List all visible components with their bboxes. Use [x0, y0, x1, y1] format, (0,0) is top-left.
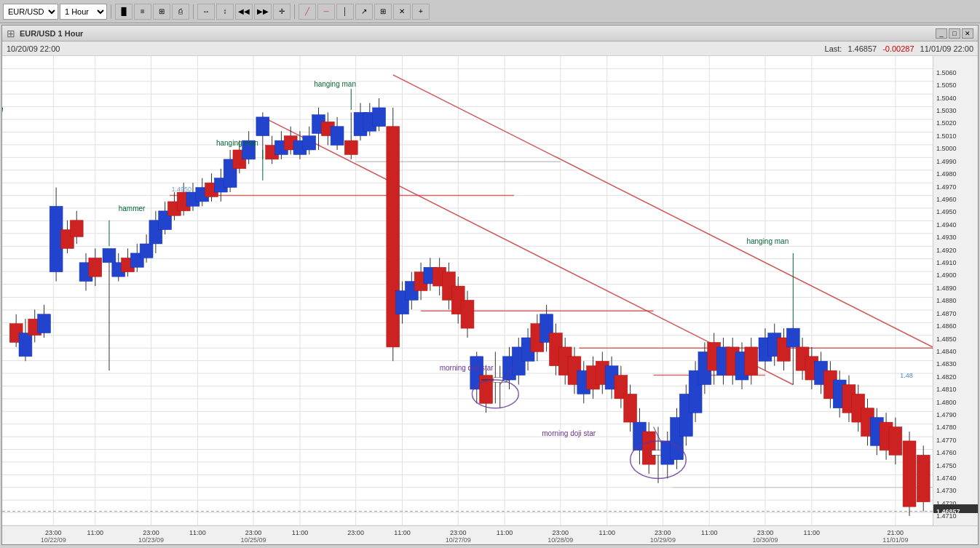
minimize-btn[interactable]: _ [936, 28, 947, 39]
timeframe-select[interactable]: 1 Hour 4 Hours Daily [60, 4, 107, 20]
svg-text:1.4860: 1.4860 [936, 322, 957, 330]
delete-btn[interactable]: ✕ [393, 4, 411, 20]
chart-window: ⊞ EUR/USD 1 Hour _ □ ✕ 10/20/09 22:00 La… [1, 25, 979, 545]
separator-2 [193, 4, 194, 19]
svg-text:1.4870: 1.4870 [936, 310, 957, 317]
svg-text:1.4780: 1.4780 [936, 424, 957, 431]
svg-text:1.4800: 1.4800 [936, 399, 957, 406]
svg-rect-252 [903, 441, 916, 507]
svg-text:1.46857: 1.46857 [936, 508, 960, 515]
crosshair-btn[interactable]: ✛ [273, 4, 291, 20]
candle-chart-btn[interactable]: ⊞ [153, 4, 170, 20]
svg-text:1.4990: 1.4990 [936, 158, 957, 165]
x-label-3: 23:0010/23/09 [138, 529, 164, 544]
x-label-17: 21:0011/01/09 [882, 529, 908, 544]
x-label-5: 23:0010/25/09 [241, 529, 266, 544]
svg-text:hanging man: hanging man [216, 139, 258, 147]
svg-text:1.5060: 1.5060 [936, 69, 957, 76]
svg-text:1.4850: 1.4850 [936, 335, 957, 343]
x-label-13: 23:0010/29/09 [650, 529, 676, 544]
svg-text:1.5020: 1.5020 [936, 119, 957, 127]
print-btn[interactable]: ⎙ [172, 4, 189, 20]
draw-vline-btn[interactable]: │ [336, 4, 354, 20]
svg-text:1.4880: 1.4880 [936, 297, 957, 304]
svg-rect-250 [889, 427, 902, 456]
svg-text:1.4950: 1.4950 [172, 186, 192, 193]
separator-3 [294, 4, 295, 19]
svg-text:1.4740: 1.4740 [936, 474, 957, 482]
svg-text:1.4950: 1.4950 [936, 208, 957, 215]
svg-rect-115 [256, 117, 269, 136]
x-label-12: 11:00 [598, 529, 615, 536]
candle-group-early [9, 305, 50, 361]
x-label-2: 11:00 [87, 529, 104, 536]
svg-text:1.4790: 1.4790 [936, 411, 957, 418]
svg-text:morning doji star: morning doji star [542, 429, 596, 437]
bar-chart-btn[interactable]: ▐▌ [115, 4, 133, 20]
draw-hline-btn[interactable]: ─ [317, 4, 335, 20]
svg-text:1.4910: 1.4910 [936, 259, 957, 266]
svg-rect-125 [303, 136, 316, 150]
x-label-6: 11:00 [292, 529, 309, 536]
svg-rect-220 [745, 347, 758, 376]
svg-text:1.4960: 1.4960 [936, 196, 957, 203]
x-axis-labels: 23:0010/22/09 11:00 23:0010/23/09 11:00 … [2, 526, 933, 544]
svg-rect-131 [331, 127, 344, 146]
chart-area: 1.48 [2, 56, 978, 525]
svg-text:1.4770: 1.4770 [936, 437, 957, 444]
line-chart-btn[interactable]: ≡ [134, 4, 151, 20]
svg-rect-157 [461, 300, 474, 328]
scroll-left-btn[interactable]: ◀◀ [235, 4, 253, 20]
svg-rect-77 [70, 221, 83, 237]
svg-text:1.5050: 1.5050 [936, 82, 957, 89]
close-btn[interactable]: ✕ [962, 28, 973, 39]
svg-text:1.4980: 1.4980 [936, 170, 957, 178]
svg-text:hanging man: hanging man [746, 237, 789, 245]
add-btn[interactable]: + [412, 4, 430, 20]
maximize-btn[interactable]: □ [949, 28, 960, 39]
x-label-16: 11:00 [804, 529, 821, 536]
svg-text:hanging man: hanging man [314, 80, 356, 88]
toolbar: EUR/USD 1 Hour 4 Hours Daily ▐▌ ≡ ⊞ ⎙ ↔ … [0, 0, 980, 23]
svg-text:1.4900: 1.4900 [936, 271, 957, 279]
symbol-select[interactable]: EUR/USD [3, 4, 58, 20]
svg-rect-133 [344, 140, 357, 154]
svg-text:1.4970: 1.4970 [936, 183, 957, 191]
indicators-btn[interactable]: ⊞ [374, 4, 392, 20]
svg-rect-194 [624, 394, 637, 422]
last-time-display: 11/01/09 22:00 [920, 44, 973, 53]
window-controls: _ □ ✕ [936, 28, 973, 39]
chart-titlebar: ⊞ EUR/USD 1 Hour _ □ ✕ [2, 25, 978, 41]
price-change-display: -0.00287 [882, 44, 914, 53]
scroll-right-btn[interactable]: ▶▶ [254, 4, 272, 20]
x-label-1: 23:0010/22/09 [41, 529, 66, 544]
chart-canvas[interactable]: 1.48 [2, 56, 933, 525]
svg-rect-71 [38, 314, 51, 333]
chart-date-range: 10/20/09 22:00 [7, 44, 60, 53]
svg-text:hammer: hammer [119, 204, 146, 213]
x-label-7: 23:00 [347, 529, 364, 536]
zoom-in-btn[interactable]: ↕ [216, 4, 234, 20]
svg-text:1.48: 1.48 [900, 372, 913, 379]
svg-marker-258 [2, 108, 3, 113]
x-label-8: 11:00 [394, 529, 411, 536]
svg-text:1.4830: 1.4830 [936, 360, 957, 368]
svg-text:1.4760: 1.4760 [936, 449, 957, 456]
svg-rect-91 [140, 244, 153, 258]
separator-1 [111, 4, 111, 19]
x-label-11: 23:0010/28/09 [548, 529, 573, 544]
svg-rect-228 [786, 328, 799, 347]
svg-text:1.4820: 1.4820 [936, 373, 957, 381]
x-label-14: 11:00 [701, 529, 718, 536]
svg-text:1.4940: 1.4940 [936, 221, 957, 229]
zoom-out-btn[interactable]: ↔ [197, 4, 215, 20]
svg-text:1.4930: 1.4930 [936, 234, 957, 241]
x-label-9: 23:0010/27/09 [446, 529, 471, 544]
line-type-btn[interactable]: ↗ [355, 4, 373, 20]
svg-text:1.4840: 1.4840 [936, 348, 957, 355]
last-label: Last: [825, 44, 842, 53]
draw-line-btn[interactable]: ╱ [299, 4, 316, 20]
svg-text:1.5010: 1.5010 [936, 132, 957, 140]
svg-rect-139 [373, 108, 386, 127]
svg-text:1.4920: 1.4920 [936, 247, 957, 254]
